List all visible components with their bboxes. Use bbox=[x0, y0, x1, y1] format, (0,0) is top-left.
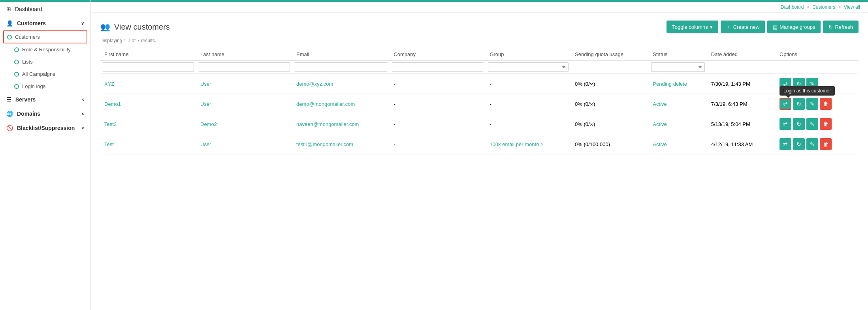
last-name-link[interactable]: User bbox=[200, 81, 211, 87]
col-company: Company bbox=[390, 48, 486, 61]
date-cell: 4/12/19, 11:33 AM bbox=[707, 134, 776, 154]
create-new-button[interactable]: ＋ Create new bbox=[721, 21, 765, 33]
group-cell: - bbox=[486, 74, 571, 94]
status-badge: Active bbox=[653, 141, 667, 147]
email-link[interactable]: demo@xyz.com bbox=[296, 81, 333, 87]
sidebar-item-lists-label: Lists bbox=[22, 59, 33, 65]
last-name-link[interactable]: Demo2 bbox=[200, 121, 217, 127]
toolbar: Toggle columns ▾ ＋ Create new ▤ Manage g… bbox=[667, 21, 859, 33]
email-link[interactable]: naveen@mongomailer.com bbox=[296, 121, 359, 127]
first-name-link[interactable]: XYZ bbox=[104, 81, 114, 87]
refresh-customer-button[interactable]: ↻ bbox=[793, 78, 805, 90]
table-row: Demo1 User demo@mongomailer.com - - 0% (… bbox=[100, 94, 859, 114]
filter-company-cell bbox=[390, 61, 486, 74]
first-name-link[interactable]: Test2 bbox=[104, 121, 117, 127]
edit-customer-button[interactable]: ✎ bbox=[806, 138, 818, 150]
options-cell: ⇄ ↻ ✎ 🗑 bbox=[776, 114, 859, 134]
delete-customer-button[interactable]: 🗑 bbox=[820, 118, 832, 130]
refresh-customer-button[interactable]: ↻ bbox=[793, 118, 805, 130]
domains-icon: 🌐 bbox=[6, 111, 13, 117]
sidebar-item-label: Dashboard bbox=[15, 6, 42, 12]
breadcrumb-customers[interactable]: Customers bbox=[812, 4, 835, 10]
filter-last-name-input[interactable] bbox=[199, 62, 290, 72]
filter-status-select[interactable] bbox=[651, 62, 704, 72]
filter-first-name-cell bbox=[100, 61, 196, 74]
sidebar-section-servers[interactable]: ☰ Servers < bbox=[0, 92, 90, 107]
first-name-link[interactable]: Test bbox=[104, 141, 114, 147]
first-name-cell: Test bbox=[100, 134, 196, 154]
edit-customer-button[interactable]: ✎ bbox=[806, 78, 818, 90]
col-first-name: First name bbox=[100, 48, 196, 61]
filter-status-cell bbox=[649, 61, 707, 74]
page-content: 👥 View customers Toggle columns ▾ ＋ Crea… bbox=[91, 13, 868, 310]
filter-quota-cell bbox=[571, 61, 649, 74]
blacklist-icon: 🚫 bbox=[6, 125, 13, 131]
status-badge: Active bbox=[653, 101, 667, 107]
col-status: Status bbox=[649, 48, 707, 61]
quota-cell: 0% (0/∞) bbox=[571, 74, 649, 94]
servers-icon: ☰ bbox=[6, 96, 11, 103]
sidebar-section-blacklist[interactable]: 🚫 Blacklist/Suppression < bbox=[0, 121, 90, 135]
login-as-button[interactable]: ⇄ bbox=[780, 118, 791, 130]
circle-icon bbox=[14, 72, 19, 77]
status-cell: Active bbox=[649, 114, 707, 134]
edit-customer-button[interactable]: ✎ bbox=[806, 118, 818, 130]
date-cell: 7/3/19, 6:43 PM bbox=[707, 94, 776, 114]
manage-groups-label: Manage groups bbox=[780, 24, 815, 30]
circle-icon bbox=[14, 60, 19, 64]
last-name-link[interactable]: User bbox=[200, 141, 211, 147]
filter-options-cell bbox=[776, 61, 859, 74]
chevron-left-icon: < bbox=[82, 126, 84, 130]
col-date-added: Date added bbox=[707, 48, 776, 61]
filter-date-cell bbox=[707, 61, 776, 74]
sidebar-item-login-logs-label: Login logs bbox=[22, 83, 45, 89]
email-link[interactable]: demo@mongomailer.com bbox=[296, 101, 355, 107]
sidebar-item-lists[interactable]: Lists bbox=[0, 56, 90, 68]
chevron-down-icon: ▾ bbox=[710, 24, 713, 30]
sidebar-item-role[interactable]: Role & Responsibility bbox=[0, 43, 90, 56]
customers-icon: 👤 bbox=[6, 20, 13, 26]
col-quota: Sending quota usage bbox=[571, 48, 649, 61]
delete-customer-button[interactable]: 🗑 bbox=[820, 98, 832, 110]
filter-last-name-cell bbox=[196, 61, 292, 74]
last-name-link[interactable]: User bbox=[200, 101, 211, 107]
login-as-button[interactable]: ⇄ bbox=[780, 98, 791, 110]
sidebar-item-login-logs[interactable]: Login logs bbox=[0, 80, 90, 92]
refresh-button[interactable]: ↻ Refresh bbox=[823, 21, 859, 33]
manage-groups-button[interactable]: ▤ Manage groups bbox=[767, 21, 821, 33]
login-as-wrapper: ⇄ Login as this customer bbox=[780, 98, 791, 110]
status-cell: Active bbox=[649, 134, 707, 154]
filter-email-input[interactable] bbox=[295, 62, 387, 72]
refresh-customer-button[interactable]: ↻ bbox=[793, 98, 805, 110]
toggle-columns-button[interactable]: Toggle columns ▾ bbox=[667, 21, 718, 33]
servers-label: Servers bbox=[15, 96, 36, 103]
login-as-button[interactable]: ⇄ bbox=[780, 138, 791, 150]
breadcrumb-viewall: View all bbox=[844, 4, 860, 10]
sidebar-item-campaigns[interactable]: All Campaigns bbox=[0, 68, 90, 80]
first-name-cell: XYZ bbox=[100, 74, 196, 94]
refresh-customer-button[interactable]: ↻ bbox=[793, 138, 805, 150]
filter-group-cell bbox=[486, 61, 571, 74]
table-header-row: First name Last name Email Company Group… bbox=[100, 48, 859, 61]
edit-customer-button[interactable]: ✎ bbox=[806, 98, 818, 110]
filter-first-name-input[interactable] bbox=[103, 62, 194, 72]
email-link[interactable]: test1@mongomailer.com bbox=[296, 141, 353, 147]
email-cell: demo@mongomailer.com bbox=[292, 94, 390, 114]
results-info-text: Displaying 1-7 of 7 results. bbox=[100, 38, 156, 43]
breadcrumb-dashboard[interactable]: Dashboard bbox=[781, 4, 804, 10]
first-name-link[interactable]: Demo1 bbox=[104, 101, 121, 107]
options-buttons: ⇄ ↻ ✎ bbox=[780, 78, 855, 90]
chevron-left-icon: < bbox=[82, 111, 84, 116]
filter-company-input[interactable] bbox=[392, 62, 483, 72]
sidebar-item-customers[interactable]: Customers bbox=[3, 30, 87, 43]
circle-icon bbox=[14, 84, 19, 89]
delete-customer-button[interactable]: 🗑 bbox=[820, 138, 832, 150]
filter-group-select[interactable] bbox=[488, 62, 569, 72]
last-name-cell: User bbox=[196, 134, 292, 154]
sidebar-section-customers[interactable]: 👤 Customers ∨ bbox=[0, 16, 90, 30]
sidebar-section-domains[interactable]: 🌐 Domains < bbox=[0, 107, 90, 121]
login-as-button[interactable]: ⇄ bbox=[780, 78, 791, 90]
sidebar-item-dashboard[interactable]: ⊞ Dashboard bbox=[0, 2, 90, 16]
col-email: Email bbox=[292, 48, 390, 61]
group-link[interactable]: 100k email per month > bbox=[490, 141, 543, 147]
